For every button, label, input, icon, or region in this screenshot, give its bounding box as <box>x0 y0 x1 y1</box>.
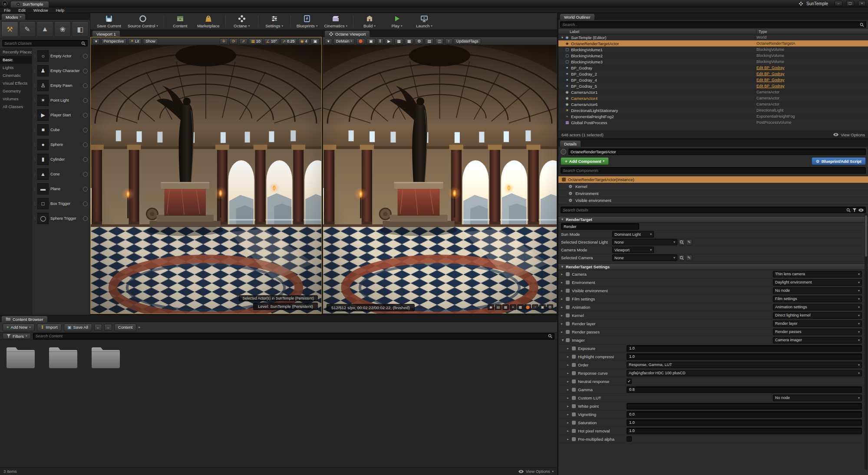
close-button[interactable]: × <box>858 1 866 6</box>
expander-icon[interactable]: ▼ <box>560 36 564 40</box>
viewport1-scene[interactable]: Selected Actor(s) in SunTemple (Persiste… <box>91 45 321 313</box>
outliner-row-bp-godray-2[interactable]: ✦BP_Godray_2Edit BP_Godray <box>558 71 868 77</box>
grid-icon[interactable]: ▦ <box>502 304 509 310</box>
eye-icon[interactable] <box>858 208 864 213</box>
tab-content-browser[interactable]: Content Browser <box>1 316 48 322</box>
gamma-field[interactable]: 0.8 <box>627 386 862 393</box>
play-icon[interactable]: ◉ <box>488 304 494 310</box>
folder-item[interactable] <box>5 344 37 370</box>
imager-node-select[interactable]: Camera imager▾ <box>773 337 862 343</box>
geometry-mode-button[interactable]: ◧ <box>72 21 89 37</box>
menu-help[interactable]: Help <box>56 8 64 13</box>
place-mode-button[interactable]: ⚒ <box>1 21 18 37</box>
selected-camera-select[interactable]: None▾ <box>612 254 677 261</box>
vignetting-field[interactable]: 0.0 <box>627 411 862 418</box>
column-label[interactable]: Label <box>558 30 756 34</box>
forward-button[interactable]: → <box>104 324 112 331</box>
asset-grid[interactable] <box>0 340 557 467</box>
scale-tool-button[interactable]: ⇗ <box>239 38 248 44</box>
search-classes-box[interactable] <box>2 40 88 46</box>
play-button[interactable]: Play▾ <box>383 13 410 29</box>
category-all-classes[interactable]: All Classes <box>0 103 32 111</box>
search-content-input[interactable] <box>35 334 546 338</box>
snapshot-icon[interactable]: ▣ <box>539 304 546 310</box>
custom-lut-select[interactable]: No node▾ <box>773 395 862 401</box>
menu-file[interactable]: File <box>4 8 10 13</box>
neutral-response-checkbox[interactable]: ✓ <box>627 379 632 384</box>
view-options-button[interactable]: View Options <box>841 132 865 137</box>
outliner-row-world[interactable]: ▼◉SunTemple (Editor)World <box>558 34 868 40</box>
browse-button[interactable] <box>679 255 685 261</box>
category-lights[interactable]: Lights <box>0 64 32 72</box>
outliner-search-box[interactable] <box>560 21 866 28</box>
scrollbar-thumb[interactable] <box>865 215 867 257</box>
search-components-box[interactable] <box>561 167 866 174</box>
outliner-search-input[interactable] <box>562 23 858 27</box>
item-point-light[interactable]: ⋮✶Point Light <box>33 94 89 107</box>
expander-icon[interactable]: ▸ <box>561 297 565 301</box>
viewport-options-button[interactable]: ▾ <box>92 38 100 44</box>
outliner-row-bp-godray-5[interactable]: ✦BP_Godray_5Edit BP_Godray <box>558 83 868 89</box>
exposure-field[interactable]: 1.0 <box>627 345 862 352</box>
search-components-input[interactable] <box>563 168 864 173</box>
sun-mode-select[interactable]: Dominant Light▾ <box>612 231 654 238</box>
tab-viewport-1[interactable]: Viewport 1 <box>92 30 120 37</box>
animation-node-select[interactable]: Animation settings▾ <box>773 304 862 310</box>
column-type[interactable]: Type <box>756 30 868 34</box>
back-button[interactable]: ← <box>94 324 102 331</box>
add-component-button[interactable]: + Add Component ▾ <box>561 157 609 165</box>
outliner-row-bp-godray[interactable]: ✦BP_GodrayEdit BP_Godray <box>558 65 868 71</box>
upload-button[interactable]: ↑ <box>445 38 452 44</box>
blueprint-add-script-button[interactable]: ⚙ Blueprint/Add Script <box>812 157 866 165</box>
item-empty-actor[interactable]: ⋮○Empty Actor <box>33 49 89 63</box>
content-button[interactable]: Content <box>167 13 194 29</box>
highlight-compression-field[interactable]: 1.0 <box>627 353 862 360</box>
funnel-icon[interactable] <box>852 208 857 212</box>
component-row-instance[interactable]: OctaneRenderTargetActor(Instance) <box>558 176 868 183</box>
update-flags-button[interactable]: UpdateFlags <box>454 38 481 44</box>
order-select[interactable]: Response, Gamma, LUT▾ <box>627 362 862 368</box>
actor-name-box[interactable] <box>568 148 866 155</box>
selected-directional-light-select[interactable]: None▾ <box>612 239 677 245</box>
launch-button[interactable]: Launch▾ <box>411 13 438 29</box>
outliner-row-blockingvolume2[interactable]: ▢BlockingVolume2BlockingVolume <box>558 53 868 59</box>
render-settings-button[interactable]: ⚙ <box>415 38 423 44</box>
item-cone[interactable]: ⋮▲Cone <box>33 168 89 181</box>
expander-icon[interactable]: ▸ <box>561 272 565 276</box>
item-box-trigger[interactable]: ⋮□Box Trigger <box>33 197 89 210</box>
expander-icon[interactable]: ▸ <box>561 322 565 326</box>
search-content-box[interactable] <box>33 333 554 340</box>
response-curve-select[interactable]: Agfa|Agfacolor HDC 100 plusCD▾ <box>627 370 862 376</box>
tab-octane-viewport[interactable]: Octane Viewport <box>324 30 370 37</box>
item-empty-character[interactable]: ⋮♟Empty Character <box>33 64 89 77</box>
tab-modes[interactable]: Modes ▾ <box>1 13 26 20</box>
category-volumes[interactable]: Volumes <box>0 95 32 103</box>
scale-snap-control[interactable]: ⇗0.25 <box>281 38 297 44</box>
source-control-button[interactable]: Source Control▾ <box>125 13 161 29</box>
camera-node-select[interactable]: Thin lens camera▾ <box>773 271 862 277</box>
item-cylinder[interactable]: ⋮▮Cylinder <box>33 153 89 166</box>
outliner-row-cameraactor6[interactable]: ◉CameraActor6CameraActor <box>558 101 868 107</box>
upload-icon[interactable]: ↑ <box>532 304 538 310</box>
edit-blueprint-link[interactable]: Edit BP_Godray <box>756 84 866 88</box>
category-visual-effects[interactable]: Visual Effects <box>0 79 32 87</box>
list-icon[interactable]: ≡ <box>510 304 516 310</box>
category-cinematic[interactable]: Cinematic <box>0 72 32 79</box>
marketplace-button[interactable]: Marketplace <box>194 13 223 29</box>
details-scrollbar[interactable] <box>865 214 868 470</box>
rendertarget-section-header[interactable]: ▼ RenderTarget <box>558 216 868 223</box>
import-button[interactable]: ↧Import <box>37 323 62 331</box>
move-tool-button[interactable]: ✛ <box>220 38 228 44</box>
level-tab[interactable]: u SunTemple <box>10 1 49 7</box>
outliner-row-directional-light[interactable]: ☀DirectionalLightStationaryDirectionalLi… <box>558 107 868 113</box>
edit-blueprint-link[interactable]: Edit BP_Godray <box>756 78 866 82</box>
item-empty-pawn[interactable]: ⋮♙Empty Pawn <box>33 79 89 92</box>
item-plane[interactable]: ⋮▬Plane <box>33 182 89 195</box>
item-sphere[interactable]: ⋮●Sphere <box>33 138 89 151</box>
tab-world-outliner[interactable]: World Outliner <box>560 13 595 20</box>
render-passes-node-select[interactable]: Render passes▾ <box>773 329 862 335</box>
restore-button[interactable]: ▢ <box>846 1 854 6</box>
category-basic[interactable]: Basic <box>0 56 32 64</box>
image-view-button[interactable]: ▩ <box>405 38 414 44</box>
blueprints-button[interactable]: Blueprints▾ <box>294 13 321 29</box>
